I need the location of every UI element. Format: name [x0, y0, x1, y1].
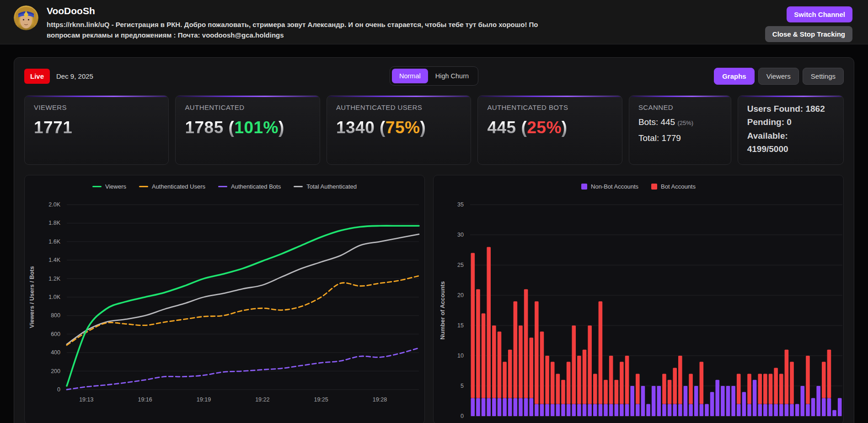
controls-row: Live Dec 9, 2025 Normal High Churn Graph…	[24, 67, 844, 85]
stat-label: AUTHENTICATED USERS	[336, 103, 461, 111]
scanned-total-key: Total:	[638, 133, 659, 143]
available-value-line: 4199/5000	[747, 142, 834, 156]
scanned-card: SCANNED Bots: 445 (25%) Total: 1779	[629, 95, 731, 165]
legend-item-bot-accounts: Bot Accounts	[651, 183, 696, 190]
svg-text:25: 25	[457, 262, 464, 268]
scanned-total-value: 1779	[662, 133, 681, 143]
svg-text:2.0K: 2.0K	[48, 201, 60, 208]
svg-text:0: 0	[461, 413, 464, 419]
viewers-line-chart-svg: 02004006008001.0K1.2K1.4K1.6K1.8K2.0K19:…	[25, 191, 424, 422]
svg-text:19:25: 19:25	[314, 396, 328, 403]
tab-graphs[interactable]: Graphs	[714, 68, 755, 85]
stat-value: 1340 (75%)	[336, 118, 461, 137]
legend-item-viewers: Viewers	[92, 183, 126, 190]
stat-value: 1785 (101%)	[185, 118, 310, 137]
line-chart-legend: ViewersAuthenticated UsersAuthenticated …	[25, 175, 424, 191]
stat-label: AUTHENTICATED BOTS	[487, 103, 612, 111]
live-badge: Live	[24, 69, 50, 84]
line-series-authenticated-users	[67, 276, 419, 345]
line-chart-y-axis-title: Viewers / Users / Bots	[28, 266, 35, 328]
users-found-line: Users Found: 1862	[747, 102, 834, 115]
legend-item-non-bot-accounts: Non-Bot Accounts	[581, 183, 638, 190]
stat-card-authenticated-bots: AUTHENTICATED BOTS445 (25%)	[477, 95, 622, 165]
tab-viewers[interactable]: Viewers	[758, 68, 799, 85]
svg-text:35: 35	[457, 201, 464, 208]
legend-swatch	[218, 186, 227, 187]
legend-swatch	[92, 186, 102, 187]
line-series-total-authenticated	[67, 234, 419, 344]
svg-text:800: 800	[51, 312, 60, 319]
svg-text:19:19: 19:19	[197, 396, 211, 403]
svg-text:1.0K: 1.0K	[48, 294, 60, 300]
users-summary-card: Users Found: 1862 Pending: 0 Available: …	[738, 95, 844, 165]
stat-percent: 75%	[386, 118, 420, 137]
view-buttons: Graphs Viewers Settings	[714, 68, 844, 85]
date-label: Dec 9, 2025	[56, 72, 93, 80]
stat-value: 1771	[34, 118, 159, 137]
stat-label: VIEWERS	[34, 103, 159, 111]
charts-row: ViewersAuthenticated UsersAuthenticated …	[24, 175, 844, 423]
svg-text:0: 0	[57, 386, 60, 393]
scanned-bots-value: 445	[660, 117, 675, 127]
svg-text:19:22: 19:22	[255, 396, 269, 403]
svg-text:15: 15	[457, 322, 464, 329]
stats-row: VIEWERS1771AUTHENTICATED1785 (101%)AUTHE…	[24, 95, 844, 165]
accounts-bar-chart-svg: 05101520253035Number of Accounts	[434, 191, 844, 422]
stat-card-viewers: VIEWERS1771	[24, 95, 169, 165]
channel-avatar	[14, 5, 38, 30]
legend-swatch	[651, 184, 657, 190]
viewers-line-chart-card: ViewersAuthenticated UsersAuthenticated …	[24, 175, 425, 423]
svg-text:19:28: 19:28	[373, 396, 387, 403]
scanned-label: SCANNED	[638, 103, 722, 111]
svg-text:400: 400	[51, 349, 60, 356]
stat-value: 445 (25%)	[487, 118, 612, 137]
svg-text:19:16: 19:16	[138, 396, 152, 403]
legend-item-total-authenticated: Total Authenticated	[294, 183, 357, 190]
tab-settings[interactable]: Settings	[803, 68, 844, 85]
svg-text:1.6K: 1.6K	[48, 239, 60, 245]
close-stop-tracking-button[interactable]: Close & Stop Tracking	[765, 26, 852, 42]
legend-item-authenticated-bots: Authenticated Bots	[218, 183, 281, 190]
app-header: VooDooSh https://rknn.link/uQ - Регистра…	[0, 0, 868, 44]
legend-item-authenticated-users: Authenticated Users	[139, 183, 205, 190]
svg-text:5: 5	[461, 383, 464, 389]
legend-swatch	[294, 186, 303, 187]
line-series-authenticated-bots	[67, 348, 419, 390]
bar-chart-legend: Non-Bot AccountsBot Accounts	[434, 175, 843, 191]
mode-toggle: Normal High Churn	[390, 66, 478, 86]
channel-description: https://rknn.link/uQ - Регистрация в РКН…	[47, 19, 554, 41]
svg-text:1.4K: 1.4K	[48, 257, 60, 263]
dashboard-panel: Live Dec 9, 2025 Normal High Churn Graph…	[14, 57, 854, 423]
stat-card-authenticated-users: AUTHENTICATED USERS1340 (75%)	[327, 95, 471, 165]
pending-line: Pending: 0	[747, 115, 834, 129]
svg-text:20: 20	[457, 292, 464, 298]
stat-label: AUTHENTICATED	[185, 103, 310, 111]
svg-text:30: 30	[457, 232, 464, 238]
scanned-bots-key: Bots:	[638, 117, 658, 127]
legend-swatch	[581, 184, 587, 190]
available-label-line: Available:	[747, 129, 834, 142]
bar-chart-y-axis-title: Number of Accounts	[439, 281, 446, 339]
legend-swatch	[139, 186, 148, 187]
avatar-image	[14, 5, 38, 30]
stat-percent: 101%	[234, 118, 279, 137]
svg-text:19:13: 19:13	[79, 396, 93, 403]
svg-text:600: 600	[51, 331, 60, 337]
switch-channel-button[interactable]: Switch Channel	[787, 6, 852, 22]
scanned-total-line: Total: 1779	[638, 133, 722, 143]
line-series-viewers	[67, 226, 419, 386]
stat-card-authenticated: AUTHENTICATED1785 (101%)	[175, 95, 320, 165]
stat-percent: 25%	[527, 118, 562, 137]
scanned-bots-line: Bots: 445 (25%)	[638, 117, 722, 127]
svg-text:200: 200	[51, 368, 60, 374]
mode-high-churn-button[interactable]: High Churn	[428, 69, 476, 83]
accounts-bar-chart-card: Non-Bot AccountsBot Accounts 05101520253…	[433, 175, 844, 423]
svg-text:1.8K: 1.8K	[48, 220, 60, 226]
svg-text:1.2K: 1.2K	[48, 275, 60, 282]
svg-text:10: 10	[457, 352, 464, 359]
mode-normal-button[interactable]: Normal	[392, 69, 428, 83]
channel-name: VooDooSh	[47, 5, 554, 16]
scanned-bots-percent: (25%)	[677, 119, 693, 126]
